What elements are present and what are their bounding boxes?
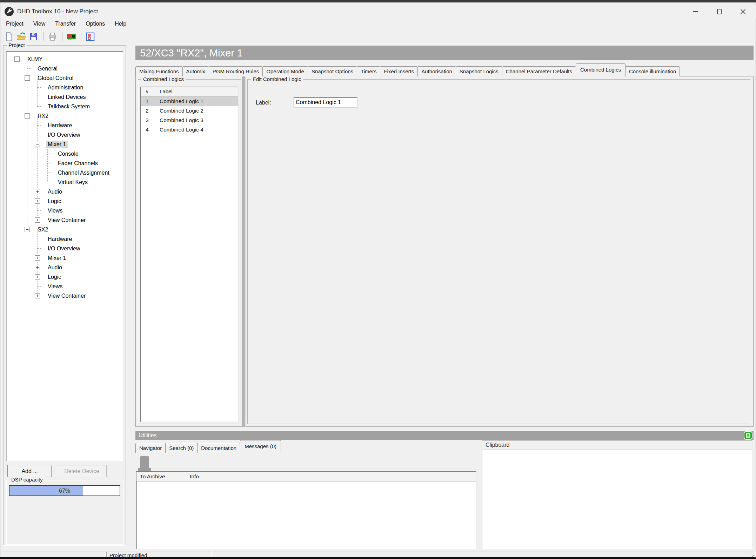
archive-icon[interactable] (138, 456, 151, 472)
tree-item-sx2[interactable]: −SX2 (6, 225, 123, 234)
tree-item-label[interactable]: RX2 (36, 112, 50, 120)
expand-icon[interactable]: + (35, 255, 40, 261)
tree-item-label[interactable]: XLMY (26, 55, 45, 63)
tree-item-label[interactable]: Global Control (36, 74, 75, 82)
tree-item-audio[interactable]: +Audio (6, 187, 123, 196)
tab-operation-mode[interactable]: Operation Mode (262, 66, 308, 76)
collapse-icon[interactable]: − (35, 142, 40, 147)
collapse-icon[interactable]: − (25, 75, 30, 81)
tree-item-virtual-keys[interactable]: Virtual Keys (6, 177, 123, 187)
tree-item-label[interactable]: Virtual Keys (56, 179, 89, 186)
add-device-button[interactable]: Add ... (7, 465, 52, 477)
tree-item-logic[interactable]: +Logic (6, 272, 123, 282)
tab-automix[interactable]: Automix (182, 66, 209, 76)
tree-item-xlmy[interactable]: −XLMY (6, 54, 123, 64)
utilities-tab-search-0[interactable]: Search (0) (165, 443, 198, 453)
collapse-icon[interactable]: − (14, 56, 20, 62)
tree-item-administration[interactable]: Administration (6, 83, 123, 92)
options-dialog-button[interactable] (85, 31, 96, 42)
tree-item-logic[interactable]: +Logic (6, 196, 123, 206)
menu-help[interactable]: Help (110, 21, 131, 27)
vertical-splitter[interactable] (242, 76, 246, 427)
tree-item-label[interactable]: Hardware (46, 235, 74, 243)
minimize-button[interactable] (683, 5, 707, 18)
combined-logic-row-3[interactable]: 3Combined Logic 3 (141, 115, 238, 125)
combined-logic-row-2[interactable]: 2Combined Logic 2 (141, 106, 238, 115)
tree-item-rx2[interactable]: −RX2 (6, 111, 123, 121)
tree-item-mixer-1[interactable]: −Mixer 1 (6, 140, 123, 149)
utilities-restore-icon[interactable] (744, 432, 752, 439)
tree-item-label[interactable]: Console (56, 150, 80, 158)
expand-icon[interactable]: + (35, 274, 40, 280)
tree-item-label[interactable]: Linked Devices (46, 93, 88, 101)
tab-timers[interactable]: Timers (357, 66, 380, 76)
tree-item-console[interactable]: Console (6, 149, 123, 159)
tab-channel-parameter-defaults[interactable]: Channel Parameter Defaults (502, 66, 576, 76)
save-project-button[interactable] (28, 31, 39, 42)
collapse-icon[interactable]: − (25, 113, 30, 119)
tree-item-hardware[interactable]: Hardware (6, 234, 123, 244)
expand-icon[interactable]: + (35, 198, 40, 204)
tree-item-label[interactable]: Audio (46, 264, 64, 271)
menu-view[interactable]: View (28, 21, 50, 27)
tree-item-views[interactable]: Views (6, 206, 123, 215)
tree-item-audio[interactable]: +Audio (6, 263, 123, 272)
tree-item-i-o-overview[interactable]: I/O Overview (6, 130, 123, 140)
tree-item-label[interactable]: View Container (46, 292, 87, 300)
expand-icon[interactable]: + (35, 217, 40, 223)
tab-mixing-functions[interactable]: Mixing Functions (135, 66, 183, 76)
tab-combined-logics[interactable]: Combined Logics (576, 63, 625, 76)
column-header-number[interactable]: # (141, 87, 156, 96)
tree-item-label[interactable]: I/O Overview (46, 131, 82, 139)
transfer-to-device-button[interactable] (66, 31, 77, 42)
menu-project[interactable]: Project (1, 21, 28, 27)
print-button[interactable] (47, 31, 58, 42)
tree-item-label[interactable]: Talkback System (46, 103, 92, 110)
new-project-button[interactable] (3, 31, 14, 42)
column-header-label[interactable]: Label (156, 87, 238, 96)
utilities-tab-documentation[interactable]: Documentation (197, 443, 240, 453)
tree-item-label[interactable]: Mixer 1 (46, 254, 68, 262)
tree-item-i-o-overview[interactable]: I/O Overview (6, 244, 123, 253)
expand-icon[interactable]: + (35, 189, 40, 194)
tree-item-label[interactable]: Logic (46, 197, 63, 205)
tree-item-linked-devices[interactable]: Linked Devices (6, 92, 123, 102)
tree-item-hardware[interactable]: Hardware (6, 121, 123, 130)
maximize-button[interactable] (707, 5, 731, 18)
combined-logic-row-1[interactable]: 1Combined Logic 1 (141, 96, 238, 106)
tab-authorisation[interactable]: Authorisation (417, 66, 456, 76)
column-header-to-archive[interactable]: To Archive (136, 472, 186, 481)
tree-item-label[interactable]: SX2 (36, 226, 50, 234)
tree-item-view-container[interactable]: +View Container (6, 215, 123, 225)
utilities-tab-messages-0[interactable]: Messages (0) (240, 440, 281, 453)
tree-item-label[interactable]: Views (46, 207, 64, 215)
tree-item-label[interactable]: Hardware (46, 122, 74, 129)
tree-item-label[interactable]: General (36, 65, 59, 73)
tree-item-label[interactable]: View Container (46, 216, 87, 224)
column-header-info[interactable]: Info (186, 472, 476, 481)
tree-item-label[interactable]: Mixer 1 (46, 141, 68, 148)
collapse-icon[interactable]: − (25, 227, 30, 232)
tab-console-illumination[interactable]: Console illumination (625, 66, 680, 76)
tree-item-talkback-system[interactable]: Talkback System (6, 102, 123, 111)
tree-item-label[interactable]: Administration (46, 84, 85, 92)
tree-item-label[interactable]: Audio (46, 188, 64, 196)
tab-snapshot-options[interactable]: Snapshot Options (308, 66, 357, 76)
tree-item-general[interactable]: General (6, 64, 123, 73)
tree-item-views[interactable]: Views (6, 282, 123, 291)
tab-pgm-routing-rules[interactable]: PGM Routing Rules (209, 66, 263, 76)
utilities-tab-navigator[interactable]: Navigator (135, 443, 166, 453)
tab-snapshot-logics[interactable]: Snapshot Logics (456, 66, 502, 76)
combined-logic-row-4[interactable]: 4Combined Logic 4 (141, 125, 238, 134)
tree-item-channel-assignment[interactable]: Channel Assignment (6, 168, 123, 177)
close-button[interactable] (731, 5, 755, 18)
tree-item-mixer-1[interactable]: +Mixer 1 (6, 253, 123, 263)
tree-item-fader-channels[interactable]: Fader Channels (6, 159, 123, 168)
tree-item-label[interactable]: I/O Overview (46, 245, 82, 252)
tree-item-global-control[interactable]: −Global Control (6, 73, 123, 83)
label-input[interactable] (294, 97, 357, 108)
expand-icon[interactable]: + (35, 293, 40, 298)
tree-item-label[interactable]: Channel Assignment (56, 169, 111, 177)
expand-icon[interactable]: + (35, 265, 40, 270)
tree-item-label[interactable]: Logic (46, 273, 63, 281)
